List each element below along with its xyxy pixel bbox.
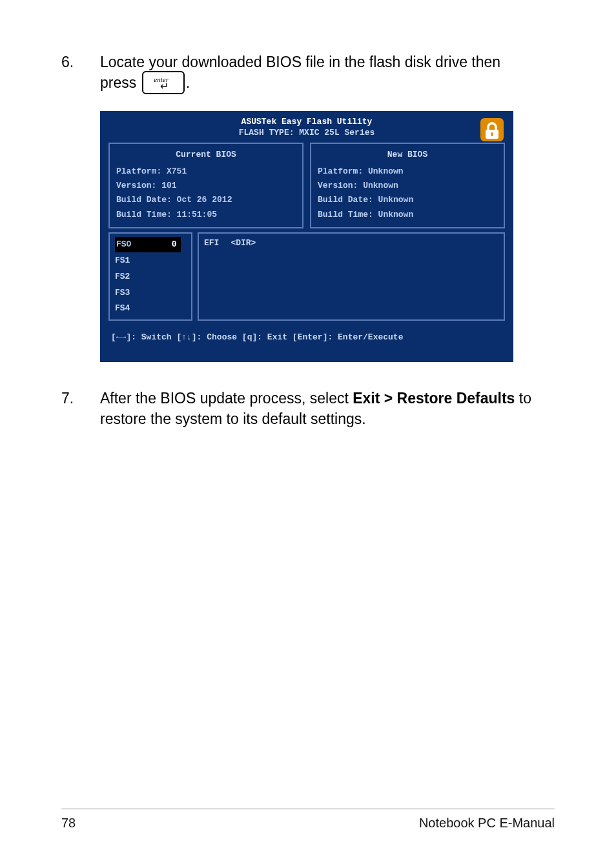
fs-sel-val: 0 (172, 239, 177, 249)
step-7-text-a: After the BIOS update process, select (100, 390, 353, 407)
step-6-text-b: press (100, 74, 141, 91)
step-6-text-a: Locate your downloaded BIOS file in the … (100, 54, 500, 70)
svg-rect-2 (491, 132, 493, 136)
page-number: 78 (61, 816, 76, 831)
step-7: 7. After the BIOS update process, select… (61, 388, 555, 429)
current-platform: Platform: X751 (116, 165, 296, 179)
current-build-date: Build Date: Oct 26 2012 (116, 193, 296, 207)
enter-key-icon: enter ↵ (142, 71, 185, 94)
fs-item[interactable]: FS4 (115, 301, 186, 317)
fs-sel-label: FSO (116, 239, 131, 249)
file-browser: FSO 0 FS1 FS2 FS3 FS4 EFI <DIR> (102, 228, 511, 322)
page-footer: 78 Notebook PC E-Manual (61, 809, 555, 831)
fs-item[interactable]: FS3 (115, 285, 186, 301)
new-build-date: Build Date: Unknown (318, 193, 497, 207)
current-bios-header: Current BIOS (116, 148, 296, 162)
bios-title: ASUSTek Easy Flash Utility (102, 113, 511, 128)
step-6-body: Locate your downloaded BIOS file in the … (100, 52, 555, 96)
new-version: Version: Unknown (318, 179, 497, 193)
filesystem-list[interactable]: FSO 0 FS1 FS2 FS3 FS4 (108, 232, 192, 321)
bios-info-panels: Current BIOS Platform: X751 Version: 101… (102, 143, 511, 228)
lock-icon (479, 117, 505, 143)
bios-subtitle: FLASH TYPE: MXIC 25L Series (102, 128, 511, 143)
current-version: Version: 101 (116, 179, 296, 193)
fs-item-selected[interactable]: FSO 0 (115, 237, 181, 253)
fs-item[interactable]: FS1 (115, 253, 186, 269)
file-list[interactable]: EFI <DIR> (198, 232, 505, 321)
current-bios-panel: Current BIOS Platform: X751 Version: 101… (108, 143, 303, 228)
page: 6. Locate your downloaded BIOS file in t… (0, 0, 616, 868)
step-6-text-c: . (186, 74, 190, 91)
step-7-bold: Exit > Restore Defaults (353, 390, 515, 407)
bios-window: ASUSTek Easy Flash Utility FLASH TYPE: M… (100, 111, 513, 362)
current-build-time: Build Time: 11:51:05 (116, 208, 296, 222)
new-bios-panel: New BIOS Platform: Unknown Version: Unkn… (310, 143, 505, 228)
step-6: 6. Locate your downloaded BIOS file in t… (61, 52, 555, 96)
new-bios-header: New BIOS (318, 148, 497, 162)
fs-item[interactable]: FS2 (115, 269, 186, 285)
step-7-number: 7. (61, 388, 100, 409)
file-row[interactable]: EFI <DIR> (204, 236, 498, 250)
step-6-number: 6. (61, 52, 100, 72)
file-type: <DIR> (231, 236, 256, 250)
new-platform: Platform: Unknown (318, 165, 497, 179)
new-build-time: Build Time: Unknown (318, 208, 497, 222)
enter-key-arrow: ↵ (160, 83, 169, 90)
file-name: EFI (204, 236, 219, 250)
footer-title: Notebook PC E-Manual (419, 816, 555, 831)
step-7-body: After the BIOS update process, select Ex… (100, 388, 555, 429)
bios-help-bar: [←→]: Switch [↑↓]: Choose [q]: Exit [Ent… (102, 322, 511, 360)
